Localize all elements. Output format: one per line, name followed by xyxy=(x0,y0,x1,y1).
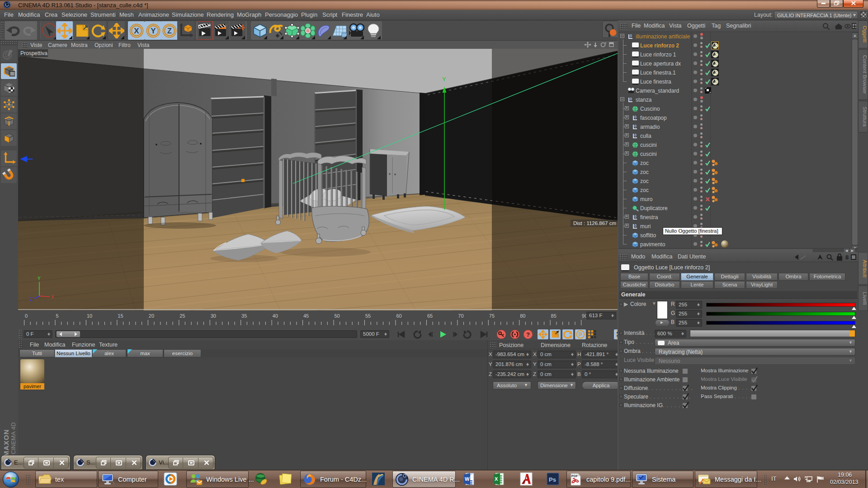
svg-text:X: X xyxy=(495,476,498,482)
svg-text:Ps: Ps xyxy=(549,476,556,483)
svg-text:Prospettiva: Prospettiva xyxy=(20,50,47,56)
svg-text:Z: Z xyxy=(30,297,33,302)
svg-text:65: 65 xyxy=(427,313,433,319)
svg-text:15: 15 xyxy=(118,313,123,319)
svg-text:55: 55 xyxy=(365,313,371,319)
svg-text:80: 80 xyxy=(520,313,525,319)
svg-text:10: 10 xyxy=(87,313,92,319)
svg-text:0: 0 xyxy=(634,214,637,219)
svg-text:0: 0 xyxy=(630,97,632,101)
svg-text:0: 0 xyxy=(634,124,637,128)
svg-text:Dist : 1126.867 cm: Dist : 1126.867 cm xyxy=(573,221,616,226)
svg-text:X: X xyxy=(51,295,54,300)
svg-text:20: 20 xyxy=(149,313,154,319)
svg-text:0: 0 xyxy=(634,115,637,119)
svg-text:45: 45 xyxy=(303,313,309,319)
svg-text:85: 85 xyxy=(551,313,557,319)
svg-text:8: 8 xyxy=(845,254,849,261)
svg-text:X: X xyxy=(134,27,139,35)
svg-text:P: P xyxy=(579,332,582,338)
svg-text:70: 70 xyxy=(458,313,463,319)
svg-text:40: 40 xyxy=(273,313,278,319)
svg-text:Z: Z xyxy=(167,27,172,35)
svg-text:30: 30 xyxy=(211,313,216,319)
svg-text:0: 0 xyxy=(25,313,28,319)
svg-text:25: 25 xyxy=(179,313,185,319)
svg-text:50: 50 xyxy=(335,313,340,319)
svg-text:PDF: PDF xyxy=(571,474,578,478)
svg-text:60: 60 xyxy=(396,313,401,319)
svg-text:Y: Y xyxy=(442,76,446,83)
svg-text:0: 0 xyxy=(630,33,632,38)
svg-text:0: 0 xyxy=(634,223,637,228)
svg-text:75: 75 xyxy=(489,313,495,319)
svg-text:W: W xyxy=(465,476,470,482)
svg-text:Y: Y xyxy=(38,276,41,281)
svg-text:35: 35 xyxy=(241,313,247,319)
svg-text:?: ? xyxy=(526,331,530,338)
svg-text:5: 5 xyxy=(56,313,59,319)
svg-text:0: 0 xyxy=(634,133,637,137)
svg-text:Y: Y xyxy=(151,27,156,35)
